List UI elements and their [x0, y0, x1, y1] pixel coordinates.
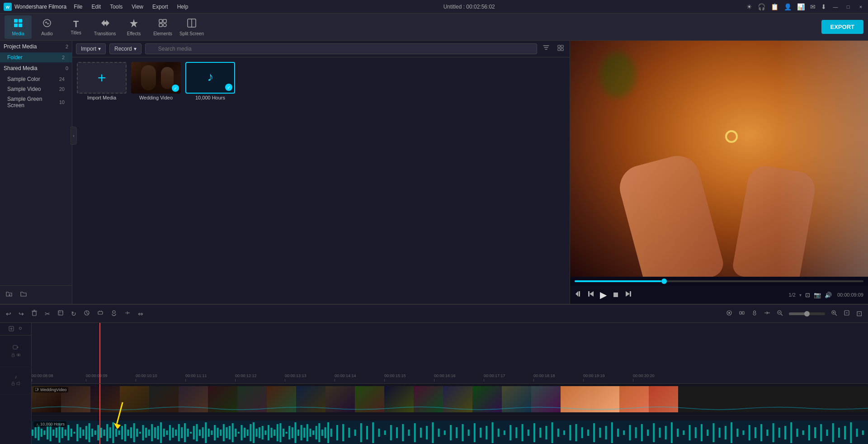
import-media-thumb[interactable]: +	[77, 62, 127, 94]
audio-clip-strip[interactable]: ♪ 10,000 Hours	[32, 420, 868, 444]
sample-video-item[interactable]: Sample Video 20	[0, 84, 72, 94]
tl-cut-button[interactable]	[762, 308, 773, 319]
svg-rect-107	[136, 429, 138, 437]
project-media-count: 2	[66, 44, 68, 49]
new-folder-button[interactable]	[4, 289, 14, 300]
video-track-vi-icon[interactable]	[13, 344, 19, 351]
audio-stretch-button[interactable]: ⇔	[136, 309, 146, 319]
sample-color-item[interactable]: Sample Color 24	[0, 74, 72, 84]
tool-audio[interactable]: Audio	[33, 15, 61, 39]
svg-rect-87	[76, 424, 78, 441]
fullscreen-button[interactable]: ⊡	[805, 292, 810, 298]
progress-bar-bg[interactable]	[575, 280, 863, 282]
volume-button[interactable]: 🔊	[825, 292, 832, 298]
video-clip-strip[interactable]: WeddingVideo	[32, 386, 868, 412]
cut-button[interactable]: ✂	[42, 309, 52, 319]
headphones-icon[interactable]: 🎧	[758, 3, 765, 10]
media-panel: Import ▾ Record ▾	[72, 41, 570, 304]
brightness-icon[interactable]: ☀	[746, 3, 752, 10]
import-media-item[interactable]: + Import Media	[77, 62, 127, 100]
tool-transitions[interactable]: Transitions	[91, 15, 118, 39]
tool-elements[interactable]: Elements	[149, 15, 176, 39]
stabilize-button[interactable]	[95, 308, 106, 319]
record-dropdown[interactable]: Record ▾	[109, 43, 142, 54]
color-match-button[interactable]	[81, 308, 92, 319]
video-eye-icon[interactable]	[16, 353, 21, 358]
add-marker-button[interactable]	[724, 308, 735, 319]
chart-icon[interactable]: 📊	[797, 3, 805, 10]
zoom-slider[interactable]	[789, 312, 825, 315]
svg-rect-101	[118, 430, 120, 435]
add-audio-track-btn[interactable]	[17, 325, 24, 333]
redo-button[interactable]: ↪	[16, 309, 26, 319]
snap-button[interactable]	[736, 308, 747, 319]
mail-icon[interactable]: ✉	[810, 3, 816, 10]
close-button[interactable]: ×	[857, 3, 864, 10]
snapshot-button[interactable]: 📷	[814, 292, 821, 298]
import-dropdown[interactable]: Import ▾	[76, 43, 106, 54]
audio-mute-icon[interactable]	[16, 381, 21, 387]
progress-track[interactable]	[575, 280, 863, 282]
wedding-video-item[interactable]: ✓ Wedding Video	[131, 62, 181, 100]
menu-help[interactable]: Help	[174, 3, 192, 11]
menu-edit[interactable]: Edit	[88, 3, 105, 11]
clipboard-icon[interactable]: 📋	[771, 3, 778, 10]
delete-folder-button[interactable]	[18, 289, 29, 300]
zoom-in-button[interactable]	[829, 308, 840, 319]
speed-button[interactable]: ↻	[69, 309, 79, 319]
prev-frame-button[interactable]	[587, 290, 594, 299]
svg-rect-189	[432, 422, 434, 443]
crop-button[interactable]	[55, 308, 66, 319]
tool-split-screen[interactable]: Split Screen	[178, 15, 205, 39]
svg-point-64	[18, 354, 19, 356]
shared-media-header[interactable]: Shared Media 0	[0, 62, 72, 74]
stop-button[interactable]: ⏹	[612, 291, 619, 299]
tool-titles[interactable]: T Titles	[62, 15, 90, 39]
next-frame-button[interactable]	[625, 290, 632, 299]
fullscreen-tl-button[interactable]: ⊡	[854, 308, 864, 319]
tool-effects[interactable]: Effects	[120, 15, 147, 39]
menu-tools[interactable]: Tools	[106, 3, 126, 11]
audio-item[interactable]: ♪ ✓ 10,000 Hours	[185, 62, 235, 100]
maximize-button[interactable]: □	[844, 3, 852, 10]
minimize-button[interactable]: —	[832, 3, 839, 10]
audio-track-note-icon[interactable]: ♪	[13, 374, 19, 380]
undo-button[interactable]: ↩	[4, 309, 14, 319]
progress-handle[interactable]	[661, 279, 667, 284]
timeline-body: ♪	[0, 323, 868, 444]
collapse-panel-button[interactable]: ‹	[71, 127, 77, 145]
folder-item[interactable]: Folder 2	[0, 52, 72, 62]
voiceover-button[interactable]	[108, 308, 119, 319]
fit-to-window-button[interactable]	[841, 308, 852, 319]
svg-rect-4	[14, 24, 18, 27]
voice-record-tl-button[interactable]	[749, 308, 760, 319]
svg-rect-236	[712, 423, 714, 442]
search-wrap	[145, 43, 537, 54]
menu-export[interactable]: Export	[149, 3, 172, 11]
zoom-out-button[interactable]	[774, 308, 785, 319]
skip-back-button[interactable]	[575, 290, 582, 299]
export-button[interactable]: EXPORT	[821, 20, 863, 34]
svg-rect-161	[297, 430, 299, 436]
video-lock-icon[interactable]	[11, 353, 15, 358]
svg-rect-241	[743, 430, 745, 435]
sample-green-item[interactable]: Sample Green Screen 10	[0, 94, 72, 110]
tool-media[interactable]: Media	[5, 15, 32, 39]
menu-file[interactable]: File	[70, 3, 86, 11]
svg-point-46	[754, 311, 756, 313]
add-video-track-btn[interactable]	[8, 325, 15, 333]
project-media-header[interactable]: Project Media 2	[0, 41, 72, 52]
audio-lock-icon[interactable]	[11, 381, 15, 387]
grid-view-button[interactable]	[555, 43, 566, 54]
download-icon[interactable]: ⬇	[821, 3, 826, 10]
preview-progress-bar[interactable]	[570, 277, 868, 286]
filter-button[interactable]	[541, 43, 552, 54]
play-button[interactable]: ▶	[600, 289, 607, 300]
user-icon[interactable]: 👤	[784, 3, 792, 10]
delete-button[interactable]	[29, 308, 40, 319]
search-input[interactable]	[145, 43, 537, 54]
zoom-handle[interactable]	[804, 311, 810, 316]
menu-view[interactable]: View	[128, 3, 147, 11]
svg-rect-223	[635, 427, 637, 438]
split-audio-button[interactable]	[122, 308, 133, 319]
